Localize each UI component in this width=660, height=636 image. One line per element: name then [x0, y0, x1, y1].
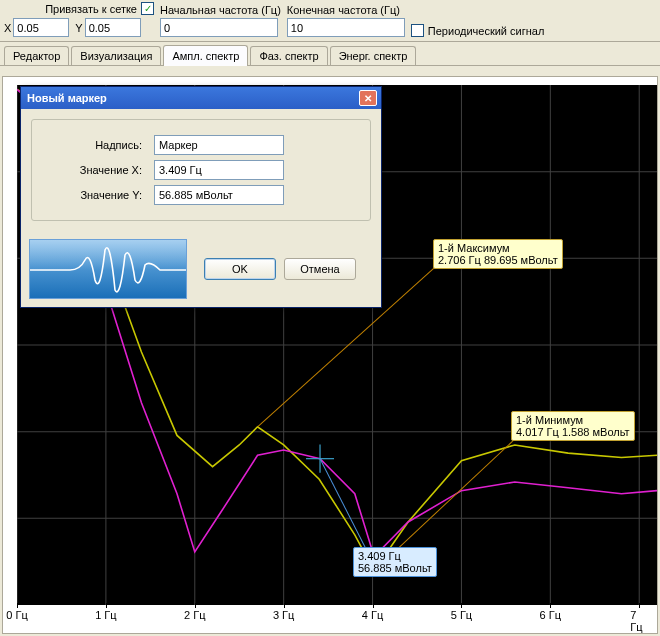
x-input[interactable]	[13, 18, 69, 37]
ok-button[interactable]: OK	[204, 258, 276, 280]
snap-checkbox[interactable]: ✓	[141, 2, 154, 15]
y-input[interactable]	[85, 18, 141, 37]
start-freq-label: Начальная частота (Гц)	[160, 4, 281, 16]
tab-bar: Редактор Визуализация Ампл. спектр Фаз. …	[0, 42, 660, 66]
svg-line-15	[320, 459, 372, 561]
new-marker-dialog: Новый маркер ✕ Надпись: Значение X: Знач…	[20, 86, 382, 308]
field-caption-label: Надпись:	[44, 139, 154, 151]
field-x-label: Значение X:	[44, 164, 154, 176]
end-freq-label: Конечная частота (Гц)	[287, 4, 405, 16]
field-y-label: Значение Y:	[44, 189, 154, 201]
tab-visualization[interactable]: Визуализация	[71, 46, 161, 65]
dialog-titlebar[interactable]: Новый маркер ✕	[21, 87, 381, 109]
close-icon[interactable]: ✕	[359, 90, 377, 106]
annotation-min-value: 4.017 Гц 1.588 мВольт	[516, 426, 630, 438]
x-tick-label: 0 Гц	[6, 609, 27, 621]
field-caption-input[interactable]	[154, 135, 284, 155]
wave-decoration	[29, 239, 187, 299]
start-freq-input[interactable]	[160, 18, 278, 37]
y-label: Y	[75, 22, 82, 34]
periodic-checkbox[interactable]: ✓	[411, 24, 424, 37]
x-tick-label: 6 Гц	[540, 609, 561, 621]
tab-energy-spectrum[interactable]: Энерг. спектр	[330, 46, 417, 65]
cancel-button[interactable]: Отмена	[284, 258, 356, 280]
x-tick-label: 3 Гц	[273, 609, 294, 621]
x-tick-label: 1 Гц	[95, 609, 116, 621]
tab-amplitude-spectrum[interactable]: Ампл. спектр	[163, 45, 248, 66]
annotation-max[interactable]: 1-й Максимум 2.706 Гц 89.695 мВольт	[433, 239, 563, 269]
toolbar: Привязать к сетке ✓ X Y Начальная частот…	[0, 0, 660, 42]
x-axis-labels: 0 Гц1 Гц2 Гц3 Гц4 Гц5 Гц6 Гц7 Гц	[17, 609, 657, 625]
x-tick-label: 7 Гц	[630, 609, 648, 633]
field-x-input[interactable]	[154, 160, 284, 180]
snap-label: Привязать к сетке	[45, 3, 137, 15]
dialog-title: Новый маркер	[25, 92, 359, 104]
tab-editor[interactable]: Редактор	[4, 46, 69, 65]
annotation-min-title: 1-й Минимум	[516, 414, 630, 426]
tab-phase-spectrum[interactable]: Фаз. спектр	[250, 46, 327, 65]
field-y-input[interactable]	[154, 185, 284, 205]
annotation-max-value: 2.706 Гц 89.695 мВольт	[438, 254, 558, 266]
annotation-min[interactable]: 1-й Минимум 4.017 Гц 1.588 мВольт	[511, 411, 635, 441]
svg-rect-18	[30, 240, 187, 299]
annotation-max-title: 1-й Максимум	[438, 242, 558, 254]
x-label: X	[4, 22, 11, 34]
periodic-label: Периодический сигнал	[428, 25, 545, 37]
end-freq-input[interactable]	[287, 18, 405, 37]
annotation-marker[interactable]: 3.409 Гц 56.885 мВольт	[353, 547, 437, 577]
annotation-marker-y: 56.885 мВольт	[358, 562, 432, 574]
x-tick-label: 4 Гц	[362, 609, 383, 621]
x-tick-label: 5 Гц	[451, 609, 472, 621]
annotation-marker-x: 3.409 Гц	[358, 550, 432, 562]
x-tick-label: 2 Гц	[184, 609, 205, 621]
